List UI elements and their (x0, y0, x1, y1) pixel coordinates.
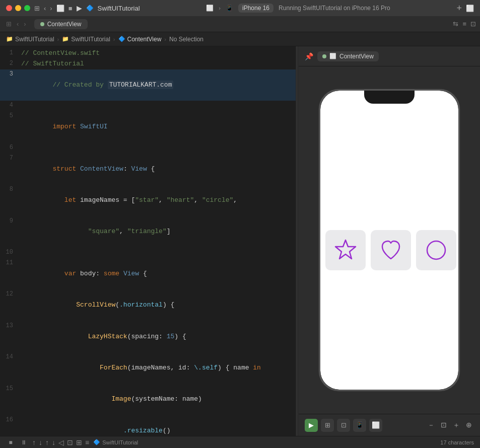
char-count: 17 characters (440, 439, 474, 445)
sidebar-toggle: ⊞ ‹ › (4, 19, 28, 29)
preview-label-chip[interactable]: ⬜ ContentView (317, 51, 379, 61)
zoom-reset-button[interactable]: ⊕ (464, 420, 474, 431)
preview-icon: ⬜ (329, 53, 336, 59)
inspect-button[interactable]: ⊞ (321, 419, 334, 432)
breadcrumb-sep-2: › (113, 36, 115, 42)
breadcrumb-bar: 📁 SwiftUITutorial › 📁 SwiftUITutorial › … (0, 32, 480, 46)
phone-mockup (319, 89, 460, 391)
sidebar-toggle-icon[interactable]: ⊞ (34, 5, 40, 12)
memory-icon[interactable]: ⊞ (76, 438, 82, 446)
panel-icon[interactable]: ⬜ (56, 5, 64, 12)
breadcrumb-3[interactable]: 🔷 ContentView (118, 36, 162, 43)
status-right: 17 characters (440, 439, 474, 445)
line-num-11: 11 (0, 258, 19, 268)
status-stop-button[interactable]: ■ (6, 438, 15, 447)
preview-toolbar: ▶ ⊞ ⊡ 📱 ⬜ － ⊡ ＋ ⊕ (299, 414, 480, 436)
line-content-14: ForEach(imageNames, id: \.self) { name i… (19, 352, 296, 384)
preview-toolbar-right: － ⊡ ＋ ⊕ (426, 420, 474, 431)
zoom-in-button[interactable]: ＋ (451, 420, 462, 431)
traffic-lights (6, 5, 30, 11)
line-content-2: // SwiftTutorial (19, 59, 296, 69)
nav-back-button[interactable]: ⊞ (4, 19, 14, 29)
pin-icon[interactable]: 📌 (305, 52, 313, 60)
code-line-4: 4 (0, 101, 296, 111)
breakpoint-icon[interactable]: ↑ (32, 438, 36, 446)
zoom-out-button[interactable]: － (426, 420, 437, 431)
zoom-fit-button[interactable]: ⊡ (439, 420, 449, 431)
grid-button[interactable]: ⊡ (337, 419, 350, 432)
folder-icon-2: 📁 (62, 36, 69, 42)
phone-icon: 📱 (226, 5, 233, 12)
content-view-tab[interactable]: ContentView (34, 19, 88, 29)
code-line-10: 10 (0, 248, 296, 258)
back-icon[interactable]: ‹ (44, 5, 46, 12)
phone-content (320, 111, 458, 390)
code-editor[interactable]: 1 // ContentView.swift 2 // SwiftTutoria… (0, 46, 296, 436)
line-num-10: 10 (0, 248, 19, 257)
nav-fwd-button[interactable]: › (22, 19, 28, 29)
code-line-9: 9 "square", "triangle"] (0, 216, 296, 248)
panel-right-icon[interactable]: ⊡ (470, 20, 476, 28)
code-line-12: 12 ScrollView(.horizontal) { (0, 289, 296, 321)
line-num-9: 9 (0, 216, 19, 226)
swift-icon: 🔷 (86, 5, 94, 12)
split-v-icon[interactable]: ≡ (462, 20, 466, 28)
device-chip[interactable]: iPhone 16 (238, 4, 273, 13)
duplicate-button[interactable]: ⬜ (369, 419, 382, 432)
project-name: SwiftUITutorial (98, 5, 140, 12)
code-line-11: 11 var body: some View { (0, 258, 296, 289)
preview-content (299, 66, 480, 414)
breadcrumb-sep-1: › (57, 36, 59, 42)
line-num-3: 3 (0, 69, 19, 79)
code-line-1: 1 // ContentView.swift (0, 48, 296, 59)
code-line-14: 14 ForEach(imageNames, id: \.self) { nam… (0, 352, 296, 384)
shape-star (325, 230, 366, 270)
line-num-4: 4 (0, 101, 19, 110)
title-bar: ⊞ ‹ › ⬜ ■ ▶ 🔷 SwiftUITutorial ⬜ › 📱 iPho… (0, 0, 480, 16)
swift-file-icon: 🔷 (118, 36, 125, 42)
stop-icon[interactable]: ■ (68, 5, 73, 12)
close-button[interactable] (6, 5, 12, 11)
split-h-icon[interactable]: ⇆ (453, 20, 458, 28)
device-button[interactable]: 📱 (353, 419, 366, 432)
play-preview-button[interactable]: ▶ (305, 419, 318, 432)
code-line-8: 8 let imageNames = ["star", "heart", "ci… (0, 185, 296, 216)
debug-icon[interactable]: ⊡ (67, 438, 73, 446)
nav-forward-button[interactable]: ‹ (15, 19, 21, 29)
add-button[interactable]: + (456, 3, 462, 14)
breadcrumb-2[interactable]: 📁 SwiftUITutorial (62, 36, 110, 43)
preview-label-text: ContentView (339, 53, 374, 60)
svg-point-1 (427, 241, 445, 259)
line-num-12: 12 (0, 289, 19, 299)
status-pause-button[interactable]: ⏸ (19, 438, 28, 447)
breadcrumb-1[interactable]: 📁 SwiftUITutorial (6, 36, 54, 43)
window-button[interactable]: ⬜ (466, 5, 474, 12)
step-out-icon[interactable]: ↓ (52, 438, 55, 446)
code-line-7: 7 struct ContentView: View { (0, 154, 296, 185)
preview-header: 📌 ⬜ ContentView (299, 46, 480, 66)
editor-divider[interactable] (296, 46, 299, 436)
code-line-15: 15 Image(systemName: name) (0, 384, 296, 415)
shapes-row (325, 230, 458, 270)
step-in-icon[interactable]: ↑ (45, 438, 49, 446)
code-line-2: 2 // SwiftTutorial (0, 59, 296, 69)
line-num-7: 7 (0, 154, 19, 163)
maximize-button[interactable] (24, 5, 30, 11)
title-bar-left: ⊞ ‹ › ⬜ ■ ▶ 🔷 SwiftUITutorial (34, 4, 140, 12)
view-icon[interactable]: ≡ (85, 438, 89, 446)
line-num-2: 2 (0, 59, 19, 68)
breadcrumb-3-label: ContentView (127, 36, 162, 43)
line-num-15: 15 (0, 384, 19, 394)
location-icon[interactable]: ◁ (58, 438, 64, 446)
swift-dot (40, 22, 44, 26)
phone-notch (364, 91, 415, 104)
breadcrumb-2-label: SwiftUITutorial (71, 36, 110, 43)
preview-panel: 📌 ⬜ ContentView (299, 46, 480, 436)
forward-icon[interactable]: › (50, 5, 52, 12)
step-over-icon[interactable]: ↓ (39, 438, 42, 446)
run-button[interactable]: ▶ (77, 4, 82, 12)
line-content-9: "square", "triangle"] (19, 216, 296, 248)
minimize-button[interactable] (15, 5, 21, 11)
phone-screen (320, 91, 458, 390)
tab-bar-right: ⇆ ≡ ⊡ (453, 20, 476, 28)
